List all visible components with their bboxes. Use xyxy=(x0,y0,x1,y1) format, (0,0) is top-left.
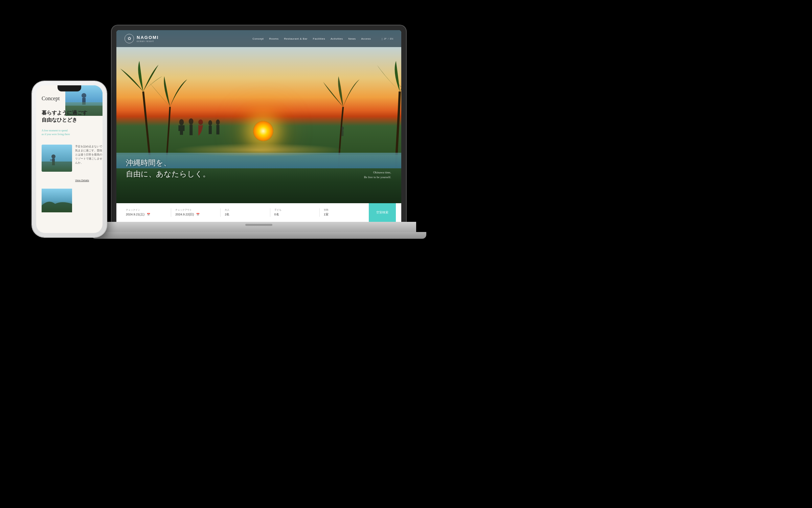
laptop-screen-bezel: ✿ NAGOMI ocean resort Concept Rooms Rest… xyxy=(116,30,401,222)
nav-brand: NAGOMI ocean resort xyxy=(137,35,159,42)
svg-rect-12 xyxy=(341,130,343,136)
svg-rect-10 xyxy=(216,125,219,134)
svg-point-7 xyxy=(208,120,212,126)
laptop-screen-outer: ✿ NAGOMI ocean resort Concept Rooms Rest… xyxy=(112,25,406,222)
checkout-label: チェックアウト xyxy=(175,208,216,212)
children-value: 0名 xyxy=(274,212,315,217)
phone-view-details-link[interactable]: View Details xyxy=(75,179,89,182)
adults-field[interactable]: 大人 2名 xyxy=(221,208,270,217)
hero-subtitle-en-line1: Okinawa time, xyxy=(364,170,391,175)
svg-rect-20 xyxy=(50,160,52,161)
svg-rect-3 xyxy=(182,125,185,131)
phone-device: Concept 暮らすように過ごす 自由なひとどき A free moment … xyxy=(32,81,107,237)
svg-rect-2 xyxy=(178,125,181,131)
phone-screen: Concept 暮らすように過ごす 自由なひとどき A free moment … xyxy=(36,85,103,233)
hero-title-line1: 沖縄時間を、 xyxy=(126,157,210,168)
phone-notch xyxy=(58,85,81,91)
brand-name: NAGOMI xyxy=(137,35,159,40)
website: ✿ NAGOMI ocean resort Concept Rooms Rest… xyxy=(116,30,401,222)
language-selector[interactable]: | JP / EN xyxy=(382,38,393,40)
calendar-icon-2: 📅 xyxy=(196,213,200,216)
lang-separator: | xyxy=(382,38,382,40)
phone-concept-illustration xyxy=(42,145,72,172)
children-field[interactable]: 子ども 0名 xyxy=(270,208,320,217)
adults-value: 2名 xyxy=(225,212,266,217)
hero-subtitle-english: Okinawa time, Be free to be yourself. xyxy=(364,170,391,180)
checkin-value: 2024.9.21(土) 📅 xyxy=(126,212,167,217)
nav-rooms[interactable]: Rooms xyxy=(269,37,279,40)
phone-description: 予定を詰め込まないで気ままに過ごす。普段とは違う日常を最高のリゾートで過ごしませ… xyxy=(75,145,103,165)
svg-rect-16 xyxy=(82,98,86,105)
checkout-field[interactable]: チェックアウト 2024.9.22(日) 📅 xyxy=(171,208,221,217)
nav-access[interactable]: Access xyxy=(361,37,371,40)
phone-bottom-illustration xyxy=(42,189,72,212)
nav-concept[interactable]: Concept xyxy=(252,37,264,40)
nav-logo[interactable]: ✿ NAGOMI ocean resort xyxy=(125,34,159,43)
search-availability-button[interactable]: 空室検索 xyxy=(369,203,396,222)
phone-small-image xyxy=(42,145,72,172)
nav-restaurant[interactable]: Restaurant & Bar xyxy=(284,37,307,40)
checkin-label: チェックイン xyxy=(126,208,167,212)
adults-label: 大人 xyxy=(225,208,266,212)
svg-rect-17 xyxy=(42,145,72,172)
navbar: ✿ NAGOMI ocean resort Concept Rooms Rest… xyxy=(116,30,401,47)
rooms-field[interactable]: 室数 1室 xyxy=(320,208,369,217)
calendar-icon: 📅 xyxy=(147,213,150,216)
phone-subtitle-en-line2: as if you were living there xyxy=(42,132,70,136)
lang-en[interactable]: EN xyxy=(390,38,393,40)
checkin-field[interactable]: チェックイン 2024.9.21(土) 📅 xyxy=(122,208,171,217)
hero-subtitle-en-line2: Be free to be yourself. xyxy=(364,175,391,179)
checkout-value: 2024.9.22(日) 📅 xyxy=(175,212,216,217)
hero-title-japanese: 沖縄時間を、 自由に、あなたらしく。 xyxy=(126,157,210,179)
phone-main-title: 暮らすように過ごす 自由なひとどき xyxy=(42,109,87,123)
nav-links: Concept Rooms Restaurant & Bar Facilitie… xyxy=(252,37,393,40)
svg-point-11 xyxy=(341,126,344,130)
svg-point-18 xyxy=(51,154,55,158)
hero-background xyxy=(116,30,401,222)
children-label: 子ども xyxy=(274,208,315,212)
hero-title-line2: 自由に、あなたらしく。 xyxy=(126,168,210,179)
nav-news[interactable]: News xyxy=(348,37,356,40)
phone-title-line1: 暮らすように過ごす xyxy=(42,109,87,116)
phone-subtitle-en-line1: A free moment to spend xyxy=(42,129,70,132)
rooms-value: 1室 xyxy=(324,212,365,217)
nav-facilities[interactable]: Facilities xyxy=(313,37,325,40)
nav-logo-icon: ✿ xyxy=(125,34,134,43)
svg-point-15 xyxy=(82,93,86,98)
lang-divider: / xyxy=(388,38,388,40)
svg-rect-19 xyxy=(52,158,55,165)
svg-point-0 xyxy=(179,119,184,125)
rooms-label: 室数 xyxy=(324,208,365,212)
svg-rect-5 xyxy=(189,124,193,135)
booking-bar: チェックイン 2024.9.21(土) 📅 チェックアウト 2024.9.22(… xyxy=(116,203,401,222)
logo-flower-icon: ✿ xyxy=(128,36,131,41)
svg-point-6 xyxy=(198,120,203,125)
laptop-bottom xyxy=(91,232,426,239)
phone-bottom-image xyxy=(42,189,72,212)
phone-concept-label: Concept xyxy=(42,96,60,102)
laptop-device: ✿ NAGOMI ocean resort Concept Rooms Rest… xyxy=(112,25,406,306)
scene: ✿ NAGOMI ocean resort Concept Rooms Rest… xyxy=(0,0,812,508)
svg-point-4 xyxy=(189,118,194,124)
svg-rect-8 xyxy=(209,126,212,134)
lang-jp[interactable]: JP xyxy=(384,38,386,40)
phone-subtitle-english: A free moment to spend as if you were li… xyxy=(42,129,70,136)
hero-content: 沖縄時間を、 自由に、あなたらしく。 xyxy=(126,157,210,179)
phone-outer: Concept 暮らすように過ごす 自由なひとどき A free moment … xyxy=(32,81,107,237)
svg-point-9 xyxy=(216,120,220,125)
nav-activities[interactable]: Activities xyxy=(331,37,343,40)
brand-subtitle: ocean resort xyxy=(137,40,159,42)
horizon-glow xyxy=(173,143,344,157)
phone-title-line2: 自由なひとどき xyxy=(42,116,87,123)
